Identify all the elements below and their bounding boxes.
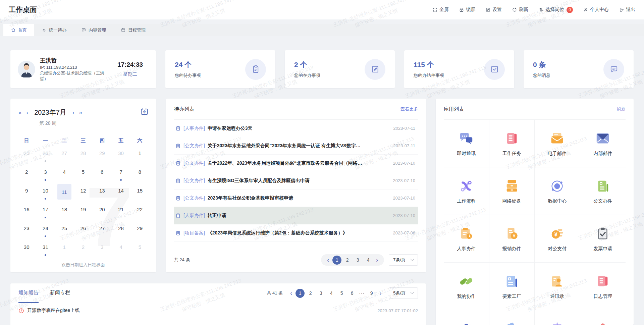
calendar-day[interactable]: 15	[130, 184, 149, 203]
app-email[interactable]: 电子邮件	[535, 120, 580, 167]
calendar-day[interactable]: 3	[93, 240, 111, 259]
calendar-day[interactable]: 28	[111, 222, 130, 240]
calendar-day[interactable]: 11	[55, 184, 74, 203]
next-month-button[interactable]: ›	[72, 110, 74, 115]
app-refresh-link[interactable]: 刷新	[617, 106, 626, 112]
app-corporate-pay[interactable]: ¥ 对公支付	[535, 215, 580, 263]
page-button-9[interactable]: 9	[367, 289, 376, 298]
prev-page-button[interactable]: ‹	[325, 257, 331, 263]
notice-tab-0[interactable]: 通知通告	[18, 283, 39, 303]
page-button-5[interactable]: 5	[337, 289, 346, 298]
calendar-day[interactable]: 6	[93, 165, 111, 184]
calendar-day[interactable]: 5	[74, 165, 93, 184]
tab-content-mgmt[interactable]: 内容管理	[74, 24, 113, 36]
page-button-1[interactable]: 1	[296, 289, 305, 298]
calendar-day[interactable]: 25	[17, 147, 36, 165]
header-action-lock-screen[interactable]: 锁屏	[459, 7, 475, 13]
todo-item[interactable]: [项目备案] 《2023年局信息系统运行维护（第2包：基础办公系统技术服务）》 …	[174, 224, 418, 242]
app-internal-mail[interactable]: 内部邮件	[580, 120, 626, 167]
prev-month-button[interactable]: ‹	[26, 110, 28, 115]
calendar-day[interactable]: 21	[111, 203, 130, 222]
app-work-task[interactable]: 工作任务	[489, 120, 535, 167]
prev-year-button[interactable]: «	[18, 110, 21, 115]
calendar-day[interactable]: 23	[17, 222, 36, 240]
calendar-day[interactable]: 17	[36, 203, 55, 222]
app-hr-affairs[interactable]: 人事办件	[444, 215, 489, 263]
calendar-day[interactable]: 20	[93, 203, 111, 222]
calendar-day[interactable]: 2	[74, 240, 93, 259]
calendar-day[interactable]: 1	[130, 147, 149, 165]
calendar-day[interactable]: 27	[55, 147, 74, 165]
tab-home[interactable]: 首页	[3, 24, 34, 36]
header-action-settings[interactable]: 设置	[485, 7, 502, 13]
header-action-refresh[interactable]: 刷新	[512, 7, 528, 13]
app-factor-factory[interactable]: 要素工厂	[489, 263, 535, 310]
calendar-day[interactable]: 12	[74, 184, 93, 203]
page-button-2[interactable]: 2	[343, 256, 352, 265]
calendar-day[interactable]: 24	[36, 222, 55, 240]
calendar-today-icon[interactable]: 今	[140, 107, 149, 116]
page-button-3[interactable]: 3	[316, 289, 325, 298]
calendar-day[interactable]: 4	[111, 240, 130, 259]
next-page-button[interactable]: ›	[377, 290, 383, 296]
notice-tab-1[interactable]: 新闻专栏	[50, 283, 70, 303]
calendar-day[interactable]: 18	[55, 203, 74, 222]
calendar-day[interactable]: 31	[36, 240, 55, 259]
page-button-6[interactable]: 6	[347, 289, 357, 298]
calendar-day[interactable]: 5	[130, 240, 149, 259]
next-page-button[interactable]: ›	[374, 257, 380, 263]
next-year-button[interactable]: »	[79, 110, 82, 115]
todo-item[interactable]: [人事办件] 申请在家远程办公3天 2023-07-11	[174, 120, 418, 137]
calendar-day[interactable]: 7	[111, 165, 130, 184]
page-button-3[interactable]: 3	[353, 256, 362, 265]
calendar-day[interactable]: 26	[36, 147, 55, 165]
tab-unified-todo[interactable]: 统一待办	[34, 24, 74, 36]
calendar-day[interactable]: 30	[111, 147, 130, 165]
app-network-disk[interactable]: 网络硬盘	[489, 167, 535, 215]
todo-item[interactable]: [人事办件] 转正申请 2023-07-10	[174, 207, 418, 224]
app-board[interactable]	[535, 310, 580, 325]
calendar-day[interactable]: 8	[130, 165, 149, 184]
calendar-day[interactable]: 9	[17, 184, 36, 203]
todo-item[interactable]: [公文办件] 关于2022年、2023年水务局运维项目外采“北京市政务云服务合同…	[174, 155, 418, 172]
prev-page-button[interactable]: ‹	[288, 290, 294, 296]
calendar-day[interactable]: 14	[111, 184, 130, 203]
header-action-select-position[interactable]: 选择岗位0	[538, 7, 573, 13]
notice-item[interactable]: 开源数字底座在gitee上线 2023-07-07 17:01:02	[18, 303, 418, 318]
calendar-day[interactable]: 30	[17, 240, 36, 259]
calendar-day[interactable]: 22	[130, 203, 149, 222]
view-more-link[interactable]: 查看更多	[400, 106, 418, 112]
page-button-4[interactable]: 4	[364, 256, 373, 265]
app-instant-messaging[interactable]: 即时通讯	[444, 120, 489, 167]
calendar-day[interactable]: 1	[55, 240, 74, 259]
todo-item[interactable]: [公文办件] 关于2023年水务运维外采合同“2023年水务局统一认证 有生博大…	[174, 137, 418, 155]
header-action-profile[interactable]: 个人中心	[583, 7, 609, 13]
app-contacts[interactable]: 通讯录	[535, 263, 580, 310]
header-action-fullscreen[interactable]: 全屏	[432, 7, 449, 13]
app-org-people[interactable]	[444, 310, 489, 325]
todo-item[interactable]: [公文办件] 有生深境ISO三体系年审人员配合及牌匾借出申请 2023-07-1…	[174, 172, 418, 189]
app-receipt[interactable]	[489, 310, 535, 325]
calendar-day[interactable]: 16	[17, 203, 36, 222]
calendar-day[interactable]: 28	[74, 147, 93, 165]
app-journal-mgmt[interactable]: 日志管理	[580, 263, 626, 310]
app-data-center[interactable]: 数据中心	[535, 167, 580, 215]
todo-item[interactable]: [公文办件] 2023年有生社保公积金基数申报审核申请 2023-07-10	[174, 189, 418, 207]
page-size-select[interactable]: 5条/页	[389, 287, 418, 299]
page-button-4[interactable]: 4	[327, 289, 336, 298]
calendar-day[interactable]: 26	[74, 222, 93, 240]
app-official-doc[interactable]: 公文办件	[580, 167, 626, 215]
calendar-day[interactable]: 10	[36, 184, 55, 203]
page-size-select[interactable]: 7条/页	[389, 254, 418, 266]
page-button-1[interactable]: 1	[332, 256, 341, 265]
app-my-collaboration[interactable]: 我的协作	[444, 263, 489, 310]
tab-schedule-mgmt[interactable]: 日程管理	[113, 24, 153, 36]
calendar-day[interactable]: 27	[93, 222, 111, 240]
app-invoice-apply[interactable]: 发票申请	[580, 215, 626, 263]
calendar-day[interactable]: 2	[17, 165, 36, 184]
page-button-2[interactable]: 2	[306, 289, 315, 298]
calendar-day[interactable]: 25	[55, 222, 74, 240]
calendar-day[interactable]: 29	[93, 147, 111, 165]
calendar-day[interactable]: 19	[74, 203, 93, 222]
header-action-logout[interactable]: 退出	[619, 7, 635, 13]
